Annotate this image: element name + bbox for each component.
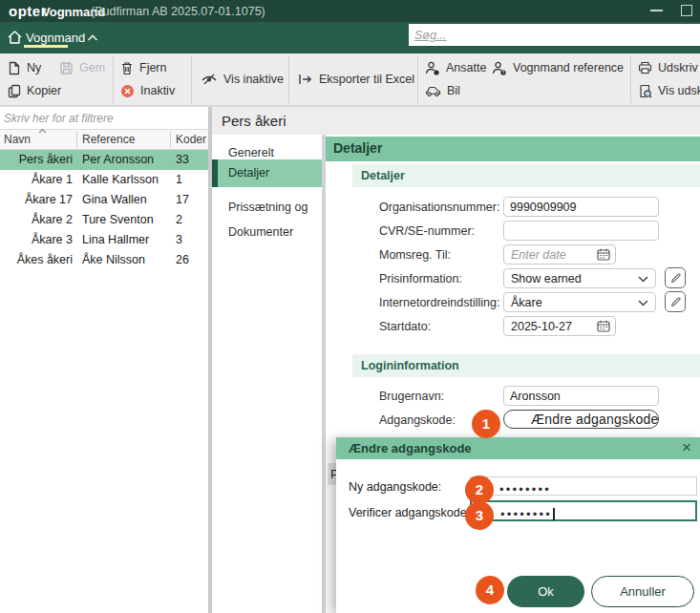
content-header: Detaljer	[326, 137, 700, 161]
change-password-button[interactable]: Ændre adgangskode	[503, 410, 659, 429]
ok-button[interactable]: Ok	[507, 576, 584, 607]
export-arrow-icon	[298, 73, 313, 86]
home-icon[interactable]	[7, 30, 23, 45]
sort-asc-icon	[38, 128, 47, 134]
toolbar-divider	[113, 55, 114, 103]
column-navn[interactable]: Navn	[4, 133, 31, 146]
chevron-down-icon	[638, 276, 648, 283]
show-inactive-button[interactable]: Vis inaktive	[201, 70, 284, 89]
copy-icon	[8, 84, 21, 98]
page-title: Pers åkeri	[212, 107, 700, 135]
export-excel-button[interactable]: Eksporter til Excel	[298, 70, 414, 89]
opter-logo: opter	[9, 3, 47, 19]
employees-button[interactable]: Ansatte	[425, 58, 486, 77]
active-tab-underline	[24, 45, 68, 48]
toolbar-divider	[288, 55, 289, 103]
momsreg-date-input[interactable]: Enter date	[503, 244, 616, 264]
app-window: opter Vognmand (Budfirman AB 2025.07-01.…	[0, 0, 700, 613]
calendar-icon[interactable]	[597, 320, 610, 332]
print-button[interactable]: Udskriv	[638, 58, 698, 77]
startdato-date-input[interactable]: 2025-10-27	[503, 316, 616, 336]
pencil-icon	[669, 296, 682, 308]
list-filter-input[interactable]	[0, 107, 208, 130]
printer-icon	[638, 61, 652, 74]
save-button: Gem	[59, 58, 105, 77]
trash-icon	[120, 61, 134, 75]
new-button[interactable]: Ny	[8, 58, 41, 77]
minimize-icon[interactable]	[650, 10, 663, 11]
form-row-organisationsnummer: Organisationsnummer:	[0, 197, 700, 218]
vehicle-button[interactable]: Bil	[425, 81, 460, 100]
column-divider	[76, 132, 77, 148]
calendar-icon[interactable]	[597, 248, 610, 261]
form-row-internetordre: Internetordreindstilling: Åkare	[0, 292, 700, 313]
verify-password-input[interactable]: ••••••••	[470, 500, 697, 521]
form-row-cvr: CVR/SE-nummer:	[0, 221, 700, 242]
svg-text:?: ?	[502, 70, 505, 74]
brugernavn-input[interactable]	[503, 386, 659, 406]
list-row[interactable]: Åkare 1 Kalle Karlsson 1	[0, 170, 208, 190]
carrier-reference-button[interactable]: ? Vognmand reference	[492, 58, 624, 77]
eye-slash-icon	[201, 73, 218, 86]
form-row-momsreg: Momsreg. Til: Enter date	[0, 244, 700, 265]
dialog-title: Ændre adgangskode	[349, 441, 472, 455]
new-password-label: Ny adgangskode:	[349, 480, 441, 494]
form-row-startdato: Startdato: 2025-10-27	[0, 316, 700, 337]
section-logininformation: Logininformation	[352, 354, 700, 377]
step-badge-1: 1	[472, 410, 500, 438]
form-row-adgangskode: Adgangskode: Ændre adgangskode	[0, 410, 700, 431]
person-icon	[425, 61, 440, 75]
save-icon	[59, 61, 74, 75]
form-row-brugernavn: Brugernavn:	[0, 386, 700, 407]
toolbar: Ny Gem Kopier Fjern Inaktiv Vis inaktive…	[0, 53, 700, 107]
print-preview-button[interactable]: Vis udsk	[638, 81, 700, 100]
car-icon	[425, 85, 441, 97]
column-koder[interactable]: Koder	[176, 133, 206, 146]
prisinformation-select[interactable]: Show earned	[503, 268, 656, 288]
text-cursor	[553, 508, 555, 520]
search-input[interactable]	[409, 24, 700, 46]
dialog-header[interactable]: Ændre adgangskode ×	[336, 437, 700, 459]
active-tab-bar	[212, 159, 218, 187]
edit-internetordre-button[interactable]	[665, 291, 686, 312]
edit-prisinformation-button[interactable]	[665, 267, 686, 288]
column-reference[interactable]: Reference	[82, 133, 135, 146]
cvr-input[interactable]	[503, 221, 659, 241]
pencil-icon	[669, 272, 682, 285]
list-row-selected[interactable]: Pers åkeri Per Aronsson 33	[0, 150, 208, 170]
form-row-prisinformation: Prisinformation: Show earned	[0, 268, 700, 289]
section-detaljer: Detaljer	[352, 164, 700, 187]
inactive-circle-x-icon	[120, 84, 135, 98]
person-question-icon: ?	[492, 61, 507, 75]
titlebar-company: (Budfirman AB 2025.07-01.1075)	[91, 5, 265, 18]
tab-vognmand[interactable]: Vognmand	[26, 31, 85, 45]
toolbar-divider	[191, 55, 192, 103]
internetordre-select[interactable]: Åkare	[503, 292, 656, 312]
toolbar-divider	[417, 55, 418, 103]
step-badge-2: 2	[465, 476, 494, 504]
chevron-up-icon[interactable]	[87, 34, 98, 42]
maximize-icon[interactable]	[681, 5, 692, 16]
organisationsnummer-input[interactable]	[503, 197, 659, 217]
title-bar: opter Vognmand (Budfirman AB 2025.07-01.…	[0, 0, 700, 22]
inactive-button[interactable]: Inaktiv	[120, 81, 175, 100]
step-badge-3: 3	[465, 501, 494, 530]
verify-password-label: Verificer adgangskode:	[349, 506, 470, 519]
print-preview-icon	[638, 84, 652, 98]
copy-button[interactable]: Kopier	[8, 81, 61, 100]
tab-detaljer[interactable]: Detaljer	[212, 159, 322, 187]
nav-bar: Vognmand	[0, 22, 700, 53]
list-header[interactable]: Navn Reference Koder	[0, 130, 208, 150]
new-password-input[interactable]: ••••••••	[470, 476, 697, 496]
remove-button[interactable]: Fjern	[120, 58, 166, 77]
column-divider	[170, 132, 171, 148]
new-document-icon	[8, 61, 21, 75]
change-password-dialog: Ændre adgangskode × Ny adgangskode: ••••…	[336, 437, 700, 613]
toolbar-divider	[630, 55, 631, 103]
close-icon[interactable]: ×	[682, 438, 691, 457]
step-badge-4: 4	[476, 576, 504, 604]
cancel-button[interactable]: Annuller	[591, 576, 694, 607]
chevron-down-icon	[638, 300, 648, 306]
